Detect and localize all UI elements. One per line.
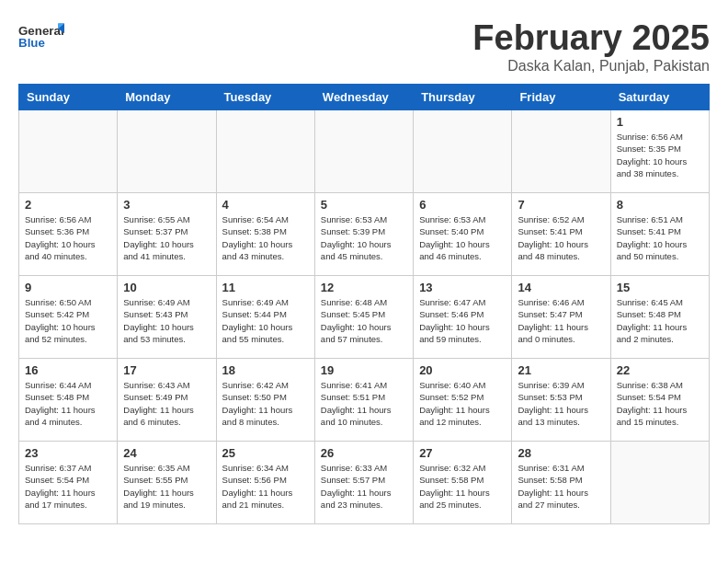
calendar-cell: 24Sunrise: 6:35 AM Sunset: 5:55 PM Dayli…	[118, 442, 216, 524]
calendar-cell: 16Sunrise: 6:44 AM Sunset: 5:48 PM Dayli…	[19, 359, 118, 442]
day-number: 20	[419, 363, 506, 377]
day-info: Sunrise: 6:31 AM Sunset: 5:58 PM Dayligh…	[518, 462, 604, 511]
day-info: Sunrise: 6:56 AM Sunset: 5:35 PM Dayligh…	[617, 131, 703, 179]
calendar-cell: 2Sunrise: 6:56 AM Sunset: 5:36 PM Daylig…	[19, 193, 118, 276]
day-info: Sunrise: 6:39 AM Sunset: 5:53 PM Dayligh…	[518, 379, 604, 428]
calendar-cell: 6Sunrise: 6:53 AM Sunset: 5:40 PM Daylig…	[414, 193, 512, 276]
day-number: 9	[25, 281, 111, 294]
calendar-week-row: 9Sunrise: 6:50 AM Sunset: 5:42 PM Daylig…	[19, 276, 710, 359]
day-number: 12	[321, 281, 407, 294]
day-info: Sunrise: 6:35 AM Sunset: 5:55 PM Dayligh…	[123, 462, 210, 511]
day-number: 11	[222, 281, 309, 294]
day-number: 19	[321, 363, 407, 377]
day-info: Sunrise: 6:33 AM Sunset: 5:57 PM Dayligh…	[321, 462, 407, 511]
calendar-header-row: SundayMondayTuesdayWednesdayThursdayFrid…	[19, 85, 710, 110]
calendar-week-row: 2Sunrise: 6:56 AM Sunset: 5:36 PM Daylig…	[19, 193, 710, 276]
day-number: 24	[123, 446, 210, 460]
calendar-cell: 15Sunrise: 6:45 AM Sunset: 5:48 PM Dayli…	[610, 276, 709, 359]
calendar-cell	[414, 110, 512, 193]
column-header-sunday: Sunday	[19, 85, 118, 110]
day-number: 10	[123, 281, 210, 294]
day-number: 25	[222, 446, 309, 460]
day-info: Sunrise: 6:40 AM Sunset: 5:52 PM Dayligh…	[419, 379, 506, 428]
day-number: 17	[123, 363, 210, 377]
day-info: Sunrise: 6:49 AM Sunset: 5:43 PM Dayligh…	[123, 296, 210, 345]
day-number: 16	[25, 363, 111, 377]
day-number: 28	[518, 446, 604, 460]
day-info: Sunrise: 6:53 AM Sunset: 5:40 PM Dayligh…	[419, 213, 506, 262]
day-info: Sunrise: 6:44 AM Sunset: 5:48 PM Dayligh…	[25, 379, 111, 428]
day-number: 5	[321, 198, 407, 212]
calendar-cell: 7Sunrise: 6:52 AM Sunset: 5:41 PM Daylig…	[512, 193, 610, 276]
day-info: Sunrise: 6:34 AM Sunset: 5:56 PM Dayligh…	[222, 462, 309, 511]
day-info: Sunrise: 6:42 AM Sunset: 5:50 PM Dayligh…	[222, 379, 309, 428]
day-info: Sunrise: 6:41 AM Sunset: 5:51 PM Dayligh…	[321, 379, 407, 428]
calendar-cell	[512, 110, 610, 193]
column-header-wednesday: Wednesday	[314, 85, 413, 110]
column-header-tuesday: Tuesday	[216, 85, 314, 110]
calendar-cell: 25Sunrise: 6:34 AM Sunset: 5:56 PM Dayli…	[216, 442, 314, 524]
location-title: Daska Kalan, Punjab, Pakistan	[472, 58, 710, 75]
day-number: 6	[419, 198, 506, 212]
calendar-cell: 12Sunrise: 6:48 AM Sunset: 5:45 PM Dayli…	[314, 276, 413, 359]
calendar-cell: 26Sunrise: 6:33 AM Sunset: 5:57 PM Dayli…	[314, 442, 413, 524]
day-number: 23	[25, 446, 111, 460]
calendar-cell	[610, 442, 709, 524]
calendar-cell: 1Sunrise: 6:56 AM Sunset: 5:35 PM Daylig…	[610, 110, 709, 193]
day-info: Sunrise: 6:49 AM Sunset: 5:44 PM Dayligh…	[222, 296, 309, 345]
day-info: Sunrise: 6:43 AM Sunset: 5:49 PM Dayligh…	[123, 379, 210, 428]
calendar-cell: 28Sunrise: 6:31 AM Sunset: 5:58 PM Dayli…	[512, 442, 610, 524]
day-info: Sunrise: 6:38 AM Sunset: 5:54 PM Dayligh…	[617, 379, 703, 428]
calendar-cell: 20Sunrise: 6:40 AM Sunset: 5:52 PM Dayli…	[414, 359, 512, 442]
calendar-week-row: 1Sunrise: 6:56 AM Sunset: 5:35 PM Daylig…	[19, 110, 710, 193]
day-number: 22	[617, 363, 703, 377]
day-info: Sunrise: 6:50 AM Sunset: 5:42 PM Dayligh…	[25, 296, 111, 345]
calendar-cell: 17Sunrise: 6:43 AM Sunset: 5:49 PM Dayli…	[118, 359, 216, 442]
day-number: 8	[617, 198, 703, 212]
calendar-cell: 27Sunrise: 6:32 AM Sunset: 5:58 PM Dayli…	[414, 442, 512, 524]
calendar-cell: 19Sunrise: 6:41 AM Sunset: 5:51 PM Dayli…	[314, 359, 413, 442]
calendar-table: SundayMondayTuesdayWednesdayThursdayFrid…	[18, 84, 710, 524]
day-number: 4	[222, 198, 309, 212]
day-number: 15	[617, 281, 703, 294]
day-info: Sunrise: 6:52 AM Sunset: 5:41 PM Dayligh…	[518, 213, 604, 262]
calendar-cell: 8Sunrise: 6:51 AM Sunset: 5:41 PM Daylig…	[610, 193, 709, 276]
column-header-saturday: Saturday	[610, 85, 709, 110]
day-number: 2	[25, 198, 111, 212]
day-number: 14	[518, 281, 604, 294]
logo: General Blue	[18, 18, 64, 55]
day-info: Sunrise: 6:48 AM Sunset: 5:45 PM Dayligh…	[321, 296, 407, 345]
day-info: Sunrise: 6:37 AM Sunset: 5:54 PM Dayligh…	[25, 462, 111, 511]
day-info: Sunrise: 6:47 AM Sunset: 5:46 PM Dayligh…	[419, 296, 506, 345]
calendar-cell: 21Sunrise: 6:39 AM Sunset: 5:53 PM Dayli…	[512, 359, 610, 442]
calendar-cell: 23Sunrise: 6:37 AM Sunset: 5:54 PM Dayli…	[19, 442, 118, 524]
day-info: Sunrise: 6:45 AM Sunset: 5:48 PM Dayligh…	[617, 296, 703, 345]
calendar-cell	[216, 110, 314, 193]
svg-text:Blue: Blue	[18, 36, 45, 50]
calendar-cell: 10Sunrise: 6:49 AM Sunset: 5:43 PM Dayli…	[118, 276, 216, 359]
column-header-monday: Monday	[118, 85, 216, 110]
calendar-cell: 22Sunrise: 6:38 AM Sunset: 5:54 PM Dayli…	[610, 359, 709, 442]
calendar-cell	[118, 110, 216, 193]
calendar-cell: 3Sunrise: 6:55 AM Sunset: 5:37 PM Daylig…	[118, 193, 216, 276]
page-header: General Blue February 2025 Daska Kalan, …	[18, 18, 710, 75]
day-info: Sunrise: 6:55 AM Sunset: 5:37 PM Dayligh…	[123, 213, 210, 262]
calendar-cell	[314, 110, 413, 193]
day-info: Sunrise: 6:51 AM Sunset: 5:41 PM Dayligh…	[617, 213, 703, 262]
calendar-cell: 13Sunrise: 6:47 AM Sunset: 5:46 PM Dayli…	[414, 276, 512, 359]
calendar-cell: 4Sunrise: 6:54 AM Sunset: 5:38 PM Daylig…	[216, 193, 314, 276]
day-info: Sunrise: 6:53 AM Sunset: 5:39 PM Dayligh…	[321, 213, 407, 262]
month-title: February 2025	[472, 18, 710, 58]
day-number: 7	[518, 198, 604, 212]
title-block: February 2025 Daska Kalan, Punjab, Pakis…	[472, 18, 710, 75]
calendar-cell: 9Sunrise: 6:50 AM Sunset: 5:42 PM Daylig…	[19, 276, 118, 359]
day-number: 13	[419, 281, 506, 294]
calendar-week-row: 23Sunrise: 6:37 AM Sunset: 5:54 PM Dayli…	[19, 442, 710, 524]
logo-icon: General Blue	[18, 18, 64, 55]
day-number: 27	[419, 446, 506, 460]
day-number: 1	[617, 115, 703, 129]
calendar-cell: 18Sunrise: 6:42 AM Sunset: 5:50 PM Dayli…	[216, 359, 314, 442]
day-info: Sunrise: 6:56 AM Sunset: 5:36 PM Dayligh…	[25, 213, 111, 262]
day-number: 21	[518, 363, 604, 377]
calendar-cell: 14Sunrise: 6:46 AM Sunset: 5:47 PM Dayli…	[512, 276, 610, 359]
